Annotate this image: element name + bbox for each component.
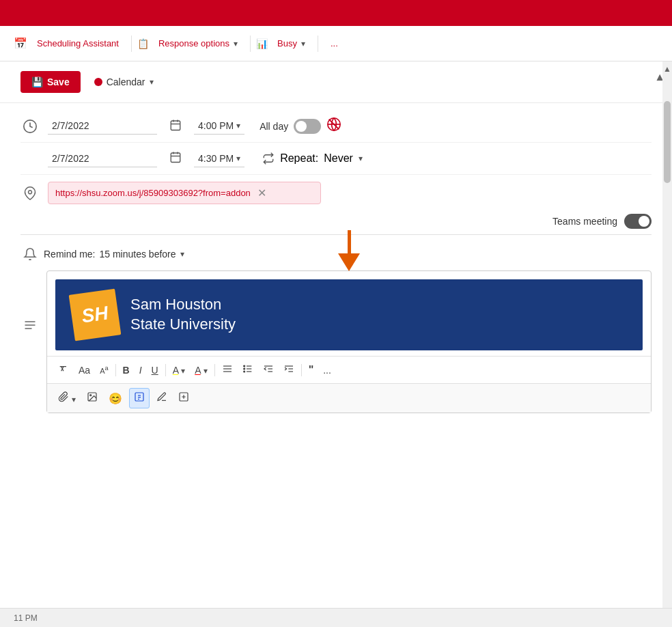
emoji-button[interactable]: 😊 xyxy=(104,389,126,408)
svg-rect-1 xyxy=(171,121,180,130)
pen-button[interactable] xyxy=(152,389,171,408)
start-date-input[interactable]: 2/7/2022 xyxy=(48,117,157,135)
font-size-down-button[interactable]: Aa xyxy=(96,362,112,378)
scroll-thumb[interactable] xyxy=(664,101,671,183)
end-date-calendar-button[interactable] xyxy=(165,150,186,167)
location-input[interactable]: https://shsu.zoom.us/j/85909303692?from=… xyxy=(48,182,321,204)
end-date-input[interactable]: 2/7/2022 xyxy=(48,150,157,167)
teams-meeting-toggle[interactable] xyxy=(624,214,652,229)
start-date-calendar-button[interactable] xyxy=(165,117,186,135)
svg-point-32 xyxy=(90,395,92,396)
toolbar-divider4 xyxy=(301,364,302,376)
outdent-button[interactable] xyxy=(259,361,278,379)
toolbar-divider2 xyxy=(165,364,166,376)
busy-label: Busy xyxy=(277,38,297,48)
save-icon: 💾 xyxy=(31,76,43,87)
editor-toolbar: Aa Aa B I U xyxy=(47,356,651,383)
date-row-2: 2/7/2022 4:30 PM ▾ xyxy=(20,143,652,175)
teams-meeting-row: Teams meeting xyxy=(20,208,652,232)
image-button[interactable] xyxy=(83,389,102,408)
repeat-chevron: ▾ xyxy=(359,154,363,163)
clock-icon xyxy=(20,119,40,134)
repeat-value: Never xyxy=(324,152,353,165)
repeat-section: Repeat: Never ▾ xyxy=(262,152,363,165)
font-size-up-button[interactable]: Aa xyxy=(74,362,94,378)
start-time-selector[interactable]: 4:00 PM ▾ xyxy=(194,117,244,135)
divider2 xyxy=(250,36,251,52)
location-clear-button[interactable]: ✕ xyxy=(257,186,266,199)
calendar-selector[interactable]: Calendar ▾ xyxy=(89,72,159,92)
remind-label: Remind me: xyxy=(44,249,95,260)
university-name-line2: State University xyxy=(130,316,236,333)
more-format-label: ... xyxy=(323,365,331,376)
insert-template-button[interactable] xyxy=(174,389,193,408)
response-options-button[interactable]: Response options ▾ xyxy=(152,34,244,53)
forms-button[interactable] xyxy=(129,388,150,408)
align-button[interactable] xyxy=(218,361,237,379)
form-area: 2/7/2022 4:00 PM ▾ All day xyxy=(0,103,672,627)
end-time-value: 4:30 PM xyxy=(198,153,234,164)
all-day-toggle-slider xyxy=(294,119,321,134)
all-day-label: All day xyxy=(260,121,288,132)
body-icon xyxy=(20,318,40,332)
start-time-value: 4:00 PM xyxy=(198,120,234,131)
remind-value: 15 minutes before xyxy=(99,249,176,260)
toolbar: 📅 Scheduling Assistant 📋 Response option… xyxy=(0,26,672,61)
svg-rect-33 xyxy=(135,393,143,401)
university-banner: SH Sam Houston State University xyxy=(55,279,643,350)
quote-button[interactable]: " xyxy=(305,361,318,379)
repeat-label: Repeat: xyxy=(280,152,318,165)
scroll-up-arrow[interactable]: ▲ xyxy=(663,64,671,74)
end-time-chevron: ▾ xyxy=(236,154,240,163)
all-day-row: All day xyxy=(260,117,341,135)
attach-chevron: ▾ xyxy=(72,395,76,404)
svg-rect-8 xyxy=(171,153,180,163)
reminder-icon xyxy=(20,247,40,261)
clear-format-button[interactable] xyxy=(54,361,73,379)
save-label: Save xyxy=(47,76,70,87)
body-row: SH Sam Houston State University Aa xyxy=(20,270,652,413)
save-button[interactable]: 💾 Save xyxy=(20,71,81,93)
scrollbar[interactable]: ▲ ▼ xyxy=(662,61,672,627)
scheduling-assistant-button[interactable]: Scheduling Assistant xyxy=(30,34,126,53)
response-options-chevron: ▾ xyxy=(234,39,238,48)
more-options-button[interactable]: ... xyxy=(324,34,345,53)
font-size-up-label: Aa xyxy=(79,365,90,376)
bold-button[interactable]: B xyxy=(119,362,134,378)
university-name-line1: Sam Houston xyxy=(130,296,221,313)
end-time-selector[interactable]: 4:30 PM ▾ xyxy=(194,150,244,167)
all-day-toggle[interactable] xyxy=(294,119,321,134)
italic-label: I xyxy=(139,365,142,376)
divider-line xyxy=(20,234,652,235)
font-color-chevron: ▾ xyxy=(204,366,208,376)
divider3 xyxy=(318,36,318,52)
toolbar-divider3 xyxy=(214,364,215,376)
highlight-chevron: ▾ xyxy=(181,366,185,376)
toolbar-divider1 xyxy=(115,364,116,376)
busy-chevron: ▾ xyxy=(301,39,305,48)
reminder-row: Remind me: 15 minutes before ▾ xyxy=(20,240,652,268)
remind-chevron: ▾ xyxy=(180,249,184,259)
busy-button[interactable]: Busy ▾ xyxy=(270,34,312,53)
no-timezone-icon[interactable] xyxy=(326,117,341,135)
response-options-icon: 📋 xyxy=(137,38,149,49)
location-icon xyxy=(20,186,40,200)
highlight-button[interactable]: A ▾ xyxy=(169,362,189,378)
main-content: 💾 Save Calendar ▾ ▲ 2/7/2022 xyxy=(0,61,672,627)
editor-section: SH Sam Houston State University Aa xyxy=(46,270,652,413)
svg-point-22 xyxy=(243,365,244,367)
more-format-button[interactable]: ... xyxy=(319,362,335,378)
start-time-chevron: ▾ xyxy=(236,121,240,130)
location-row: https://shsu.zoom.us/j/85909303692?from=… xyxy=(20,175,652,208)
svg-point-23 xyxy=(243,368,244,370)
bottom-time: 11 PM xyxy=(14,613,38,623)
italic-button[interactable]: I xyxy=(135,362,146,378)
attach-button[interactable]: ▾ xyxy=(54,389,80,408)
teams-meeting-label: Teams meeting xyxy=(552,216,617,227)
teams-meeting-toggle-slider xyxy=(624,214,652,229)
indent-button[interactable] xyxy=(279,361,298,379)
font-color-button[interactable]: A ▾ xyxy=(191,362,211,378)
list-button[interactable] xyxy=(238,361,257,379)
underline-button[interactable]: U xyxy=(148,362,163,378)
calendar-dot xyxy=(94,78,102,86)
